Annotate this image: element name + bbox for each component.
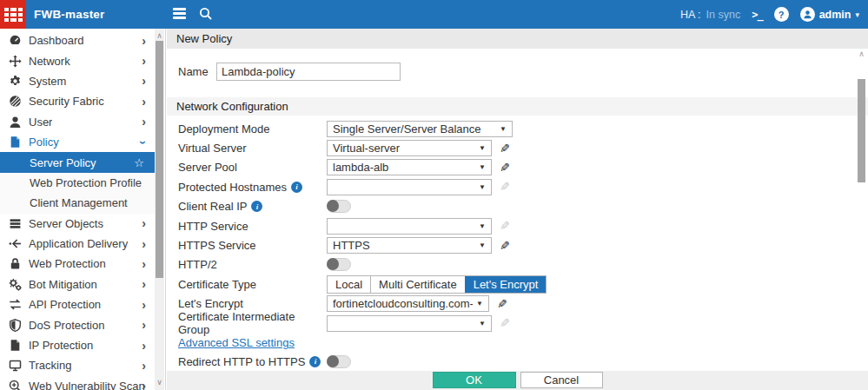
- sidebar-item-label: Policy: [29, 136, 59, 149]
- ok-button[interactable]: OK: [433, 372, 516, 388]
- protected-hostnames-select[interactable]: ▼: [327, 179, 492, 195]
- field-label: HTTP Service: [178, 220, 327, 233]
- row-certificate-intermediate-group: Certificate Intermediate Group▼✎: [167, 314, 868, 333]
- select-caret-icon: ▼: [479, 241, 486, 249]
- sidebar-scroll-down-icon[interactable]: ∨: [155, 379, 164, 387]
- field-label-text: Certificate Type: [178, 278, 256, 291]
- field-label-text: Certificate Intermediate Group: [178, 310, 327, 336]
- segment-local[interactable]: Local: [328, 276, 370, 293]
- server-pool-select[interactable]: lambda-alb▼: [327, 159, 492, 175]
- select-value: fortinetcloudconsulting.com-DN: [333, 297, 473, 310]
- client-real-ip-toggle[interactable]: [327, 200, 351, 213]
- sidebar-item-bot-mitigation[interactable]: Bot Mitigation›: [0, 274, 155, 294]
- sidebar-nav: Dashboard›Network›System›Security Fabric…: [0, 29, 166, 390]
- user-avatar-icon[interactable]: [800, 7, 815, 22]
- segment-let-s-encrypt[interactable]: Let's Encrypt: [465, 276, 547, 293]
- select-caret-icon: ▼: [479, 144, 486, 152]
- edit-pencil-icon[interactable]: ✎: [500, 162, 510, 174]
- sidebar-item-dos-protection[interactable]: DoS Protection›: [0, 314, 155, 334]
- cancel-button[interactable]: Cancel: [520, 372, 603, 388]
- sidebar-item-web-protection-profile[interactable]: Web Protection Profile: [0, 173, 155, 193]
- page-title: New Policy: [167, 29, 868, 49]
- sidebar-item-label: Client Management: [30, 196, 128, 209]
- info-icon[interactable]: i: [251, 201, 262, 212]
- certificate-intermediate-group-select[interactable]: ▼: [327, 315, 492, 332]
- content-scroll-thumb[interactable]: [858, 79, 865, 182]
- content-scrollbar[interactable]: ∧: [857, 50, 866, 369]
- virtual-server-select[interactable]: Virtual-server▼: [327, 140, 492, 156]
- chevron-right-icon: ›: [142, 299, 146, 311]
- top-header: FWB-master HA : In sync >_ ? admin ▾: [0, 0, 868, 29]
- field-label: HTTP/2: [178, 258, 327, 271]
- row-http-2: HTTP/2: [167, 255, 868, 274]
- deployment-mode-select[interactable]: Single Server/Server Balance▼: [327, 121, 513, 137]
- sidebar-item-label: Network: [29, 55, 70, 68]
- edit-pencil-icon[interactable]: ✎: [497, 298, 507, 310]
- http-service-select[interactable]: ▼: [327, 218, 492, 235]
- sidebar-item-server-policy[interactable]: Server Policy☆: [0, 152, 155, 172]
- ha-sync-status: In sync: [706, 9, 741, 21]
- row-server-pool: Server Poollambda-alb▼✎: [167, 158, 868, 177]
- hamburger-menu-icon[interactable]: [173, 8, 186, 21]
- field-label: Server Pool: [178, 161, 327, 174]
- select-caret-icon: ▼: [479, 222, 486, 230]
- gears-icon: [8, 278, 22, 291]
- sidebar-scroll-up-icon[interactable]: ∧: [155, 32, 164, 40]
- sidebar-item-application-delivery[interactable]: Application Delivery›: [0, 234, 155, 254]
- policy-name-input[interactable]: [216, 63, 401, 81]
- sidebar-item-label: Security Fabric: [29, 95, 104, 108]
- sidebar-item-label: IP Protection: [29, 339, 93, 352]
- field-label: Certificate Type: [178, 278, 327, 291]
- redirect-http-to-https-toggle[interactable]: [327, 355, 351, 368]
- edit-pencil-icon[interactable]: ✎: [500, 240, 510, 252]
- sidebar-scroll-thumb[interactable]: [156, 41, 163, 278]
- chevron-right-icon: ›: [142, 116, 146, 128]
- sidebar-item-client-management[interactable]: Client Management: [0, 193, 155, 213]
- row-deployment-mode: Deployment ModeSingle Server/Server Bala…: [167, 119, 868, 138]
- cli-console-icon[interactable]: >_: [752, 9, 762, 21]
- row-https-service: HTTPS ServiceHTTPS▼✎: [167, 235, 868, 254]
- sidebar-item-user[interactable]: User›: [0, 112, 155, 132]
- edit-pencil-icon: ✎: [500, 317, 510, 329]
- sidebar-item-api-protection[interactable]: API Protection›: [0, 294, 155, 314]
- advanced-ssl-settings-link[interactable]: Advanced SSL settings: [178, 336, 295, 349]
- sidebar-item-web-protection[interactable]: Web Protection›: [0, 254, 155, 274]
- admin-username: admin: [819, 9, 851, 21]
- sidebar-item-dashboard[interactable]: Dashboard›: [0, 30, 155, 50]
- sidebar-item-policy[interactable]: Policy›: [0, 132, 155, 152]
- help-icon[interactable]: ?: [774, 7, 789, 22]
- admin-menu[interactable]: admin ▾: [800, 7, 859, 22]
- info-icon[interactable]: i: [291, 182, 302, 193]
- sidebar-item-tracking[interactable]: Tracking›: [0, 355, 155, 375]
- edit-pencil-icon[interactable]: ✎: [500, 142, 510, 155]
- section-header-network-configuration: Network Configuration: [167, 97, 868, 116]
- field-label: HTTPS Service: [178, 239, 327, 252]
- content-scroll-up-icon[interactable]: ∧: [857, 50, 866, 58]
- row-client-real-ip: Client Real IPi: [167, 197, 868, 216]
- certificate-type-segmented-control: LocalMulti CertificateLet's Encrypt: [327, 275, 547, 294]
- sidebar-item-network[interactable]: Network›: [0, 50, 155, 70]
- ha-status-wrap: HA : In sync: [680, 9, 740, 21]
- let-s-encrypt-select[interactable]: fortinetcloudconsulting.com-DN▼: [327, 295, 489, 312]
- info-icon[interactable]: i: [309, 356, 321, 367]
- segment-multi-certificate[interactable]: Multi Certificate: [370, 276, 465, 293]
- magnifier-plus-icon: [8, 380, 22, 390]
- sidebar-item-label: API Protection: [29, 298, 101, 311]
- sidebar-item-ip-protection[interactable]: IP Protection›: [0, 335, 155, 355]
- https-service-select[interactable]: HTTPS▼: [327, 237, 492, 254]
- sidebar-item-label: Application Delivery: [29, 237, 128, 250]
- field-label: Virtual Server: [178, 142, 327, 155]
- field-label: Client Real IPi: [178, 200, 327, 213]
- gear-icon: [8, 75, 22, 88]
- sidebar-item-system[interactable]: System›: [0, 71, 155, 91]
- sidebar-item-web-vulnerability-scan[interactable]: Web Vulnerability Scan›: [0, 376, 155, 390]
- chevron-right-icon: ›: [142, 380, 146, 390]
- sidebar-scrollbar[interactable]: ∧ ∨: [155, 29, 164, 390]
- sidebar-item-label: Dashboard: [29, 34, 84, 47]
- sidebar-item-security-fabric[interactable]: Security Fabric›: [0, 91, 155, 111]
- sidebar-item-server-objects[interactable]: Server Objects›: [0, 214, 155, 234]
- search-icon[interactable]: [199, 7, 213, 21]
- star-icon[interactable]: ☆: [134, 156, 144, 169]
- user-icon: [8, 116, 22, 129]
- http-2-toggle[interactable]: [327, 258, 351, 271]
